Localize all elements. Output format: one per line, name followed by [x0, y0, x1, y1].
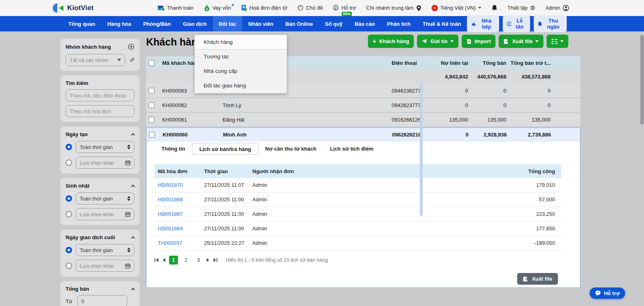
custom-date-radio[interactable]: [66, 211, 72, 217]
all-time-radio[interactable]: [66, 195, 72, 202]
prev-page-button[interactable]: [163, 258, 165, 262]
custom-date-select[interactable]: Lựa chọn khác: [76, 260, 134, 272]
nav-phan-tich[interactable]: Phân tích: [381, 16, 417, 31]
select-all-checkbox[interactable]: [149, 60, 155, 66]
tab-thong-tin[interactable]: Thông tin: [155, 143, 192, 155]
nav-phong-ban[interactable]: Phòng/Bàn: [137, 16, 177, 31]
selected-table-row[interactable]: KH000060 Minh Anh 0962626216 0 2,928,936…: [147, 128, 580, 141]
export-icon: [523, 276, 528, 282]
page-number-2[interactable]: 2: [182, 256, 190, 265]
theme-menu-item[interactable]: Chủ đề: [297, 5, 323, 11]
row-checkbox[interactable]: [149, 117, 155, 123]
dropdown-item-tuong-tac[interactable]: Tương tác: [195, 50, 287, 64]
page-scrollbar-thumb[interactable]: [640, 35, 644, 124]
collapse-icon[interactable]: [131, 133, 135, 137]
row-checkbox[interactable]: [149, 102, 155, 108]
custom-date-radio[interactable]: [66, 159, 72, 166]
palette-icon: [297, 5, 303, 11]
tab-no-can-thu[interactable]: Nợ cần thu từ khách: [258, 143, 323, 155]
add-customer-button[interactable]: + Khách hàng: [368, 35, 414, 48]
custom-date-radio[interactable]: [66, 263, 72, 269]
collapse-icon[interactable]: [131, 287, 135, 292]
export-history-button[interactable]: Xuất file: [517, 273, 558, 285]
search-invoice-input[interactable]: [66, 105, 134, 117]
tab-lich-su-ban[interactable]: Lịch sử bán/trả hàng: [192, 143, 258, 155]
customer-detail-panel: KH000060 Minh Anh 0962626216 0 2,928,936…: [146, 127, 580, 288]
vietnam-flag-icon: ★: [431, 5, 438, 11]
support-fab[interactable]: Hỗ trợ: [590, 287, 625, 299]
search-customer-input[interactable]: [66, 89, 134, 101]
custom-date-select[interactable]: Lựa chọn khác: [76, 157, 134, 169]
nav-so-quy[interactable]: Sổ quỹ: [319, 16, 349, 31]
collapse-icon[interactable]: [131, 236, 135, 240]
invoice-link[interactable]: HD001868: [158, 196, 204, 203]
language-selector[interactable]: ★ Tiếng Việt (VN): [431, 5, 481, 11]
page-number-1[interactable]: 1: [169, 256, 178, 265]
kiotviet-logo[interactable]: KiotViet: [52, 3, 94, 13]
settings-menu-item[interactable]: Thiết lập ⚙: [508, 5, 535, 11]
page-scrollbar[interactable]: [640, 17, 644, 305]
invoice-link[interactable]: HD001870: [158, 182, 204, 188]
loans-menu-item[interactable]: $ Vay vốn: [204, 5, 231, 11]
dropdown-item-nha-cung-cap[interactable]: Nhà cung cấp: [195, 64, 287, 79]
nav-hang-hoa[interactable]: Hàng hóa: [101, 16, 137, 31]
tab-lich-su-tich-diem[interactable]: Lịch sử tích điểm: [323, 143, 380, 155]
einvoice-menu-item[interactable]: Hoá đơn điện tử: [241, 5, 288, 11]
main-nav: Tổng quan Hàng hóa Phòng/Bàn Giao dịch Đ…: [0, 16, 644, 31]
invoice-link[interactable]: HD001867: [158, 211, 204, 217]
location-pin-icon: [416, 5, 421, 11]
row-checkbox[interactable]: [149, 88, 155, 94]
dropdown-item-doi-tac-giao-hang[interactable]: Đối tác giao hàng: [195, 79, 287, 93]
all-time-radio[interactable]: [66, 144, 72, 150]
support-menu-item[interactable]: ฿ Hỗ trợ Beta: [333, 5, 356, 11]
send-message-button[interactable]: Gửi tin: [417, 35, 458, 48]
dropdown-item-khach-hang[interactable]: Khách hàng: [195, 35, 287, 50]
edit-group-icon[interactable]: ✎: [129, 56, 134, 64]
total-sales-card: Tổng bán Từ: [60, 281, 140, 306]
invoice-link[interactable]: TH000037: [158, 240, 204, 246]
calendar-icon: [125, 263, 130, 269]
page-number-3[interactable]: 3: [194, 256, 203, 265]
chevron-down-icon: [478, 7, 481, 9]
first-page-button[interactable]: [155, 258, 159, 262]
custom-date-select[interactable]: Lựa chọn khác: [76, 208, 134, 220]
payments-menu-item[interactable]: Thanh toán: [158, 5, 194, 11]
beta-badge: Beta: [342, 12, 351, 16]
nav-bao-cao[interactable]: Báo cáo: [349, 16, 381, 31]
notifications-button[interactable]: [491, 4, 497, 11]
all-time-select[interactable]: Toàn thời gian: [76, 244, 134, 256]
nav-giao-dich[interactable]: Giao dịch: [177, 16, 213, 31]
chat-icon: ฿: [333, 5, 339, 11]
collapse-icon[interactable]: [131, 184, 135, 188]
birthday-card: Sinh nhật Toàn thời gian Lựa chọn khác: [60, 178, 140, 225]
history-row: HD001868 27/11/2025 11:00 Admin 57,000: [155, 192, 561, 207]
import-button[interactable]: Import: [462, 35, 495, 48]
table-row[interactable]: KH000061 Đăng Hải 0916266126 135,000 135…: [146, 113, 580, 127]
search-card: Tìm kiếm: [60, 75, 140, 122]
invoice-link[interactable]: HD001864: [158, 225, 204, 232]
all-time-radio[interactable]: [66, 247, 72, 253]
last-page-button[interactable]: [213, 258, 217, 262]
branch-selector[interactable]: Chi nhánh trung tâm: [366, 5, 421, 11]
all-time-select[interactable]: Toàn thời gian: [76, 192, 134, 205]
cashier-button[interactable]: Thu ngân: [534, 15, 567, 32]
table-row[interactable]: KH000062 Trịnh Lý 0942623777 0 0 0: [146, 98, 580, 113]
nav-thue-ke-toan[interactable]: Thuế & Kế toán: [417, 16, 467, 31]
nav-ban-online[interactable]: Bán Online: [279, 16, 319, 31]
reception-button[interactable]: Lễ tân: [503, 15, 530, 32]
detail-scrollbar[interactable]: [420, 82, 423, 216]
add-group-icon[interactable]: [128, 43, 134, 50]
nav-nhan-vien[interactable]: Nhân viên: [242, 16, 279, 31]
user-menu[interactable]: Admin: [545, 5, 569, 11]
column-options-button[interactable]: [547, 35, 568, 48]
kitchen-button[interactable]: Nhà bếp: [467, 15, 499, 32]
total-from-input[interactable]: [77, 295, 127, 306]
row-checkbox[interactable]: [149, 132, 155, 138]
notification-dot: [232, 4, 234, 6]
nav-tong-quan[interactable]: Tổng quan: [62, 16, 101, 31]
export-button[interactable]: Xuất file: [499, 35, 543, 48]
all-time-select[interactable]: Toàn thời gian: [76, 141, 134, 153]
nav-doi-tac[interactable]: Đối tác: [213, 16, 242, 31]
group-select[interactable]: Tất cả các nhóm: [66, 54, 125, 66]
next-page-button[interactable]: [206, 258, 209, 262]
